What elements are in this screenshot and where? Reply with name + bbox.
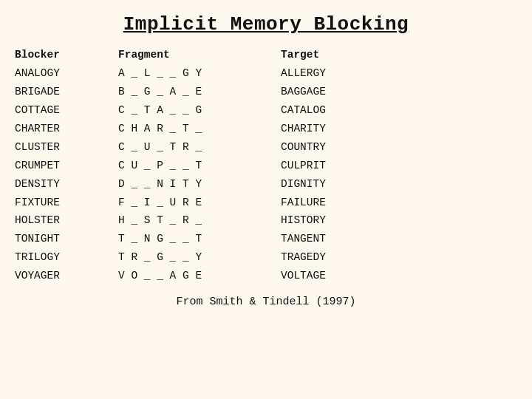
list-item: VOLTAGE [281, 267, 384, 285]
list-item: BRIGADE [15, 83, 111, 101]
list-item: C H A R _ T _ [118, 120, 273, 138]
list-item: HOLSTER [15, 211, 111, 230]
list-item: CRUMPET [15, 157, 111, 175]
list-item: T _ N G _ _ T [118, 230, 273, 248]
list-item: CHARTER [15, 120, 111, 138]
list-item: C _ T A _ _ G [118, 101, 273, 120]
main-table: Blocker ANALOGYBRIGADECOTTAGECHARTERCLUS… [15, 46, 517, 285]
list-item: A _ L _ _ G Y [118, 64, 273, 83]
list-item: T R _ G _ _ Y [118, 248, 273, 267]
list-item: DENSITY [15, 175, 111, 194]
list-item: FAILURE [281, 194, 384, 212]
list-item: DIGNITY [281, 175, 384, 194]
list-item: C _ U _ T R _ [118, 138, 273, 157]
list-item: TRILOGY [15, 248, 111, 267]
list-item: CLUSTER [15, 138, 111, 157]
list-item: D _ _ N I T Y [118, 175, 273, 194]
fragment-header: Fragment [118, 46, 273, 64]
list-item: F _ I _ U R E [118, 194, 273, 212]
list-item: ALLERGY [281, 64, 384, 83]
blocker-column: Blocker ANALOGYBRIGADECOTTAGECHARTERCLUS… [15, 46, 111, 285]
list-item: CHARITY [281, 120, 384, 138]
list-item: CATALOG [281, 101, 384, 120]
target-header: Target [281, 46, 384, 64]
list-item: HISTORY [281, 211, 384, 230]
list-item: ANALOGY [15, 64, 111, 83]
page-title: Implicit Memory Blocking [123, 13, 409, 35]
list-item: COUNTRY [281, 138, 384, 157]
list-item: VOYAGER [15, 267, 111, 285]
fragment-column: Fragment A _ L _ _ G YB _ G _ A _ EC _ T… [118, 46, 273, 285]
list-item: BAGGAGE [281, 83, 384, 101]
list-item: H _ S T _ R _ [118, 211, 273, 230]
list-item: FIXTURE [15, 194, 111, 212]
blocker-header: Blocker [15, 46, 111, 64]
list-item: B _ G _ A _ E [118, 83, 273, 101]
footer-citation: From Smith & Tindell (1997) [176, 296, 355, 308]
list-item: TONIGHT [15, 230, 111, 248]
list-item: TANGENT [281, 230, 384, 248]
list-item: TRAGEDY [281, 248, 384, 267]
list-item: CULPRIT [281, 157, 384, 175]
target-column: Target ALLERGYBAGGAGECATALOGCHARITYCOUNT… [281, 46, 384, 285]
list-item: C U _ P _ _ T [118, 157, 273, 175]
list-item: V O _ _ A G E [118, 267, 273, 285]
list-item: COTTAGE [15, 101, 111, 120]
